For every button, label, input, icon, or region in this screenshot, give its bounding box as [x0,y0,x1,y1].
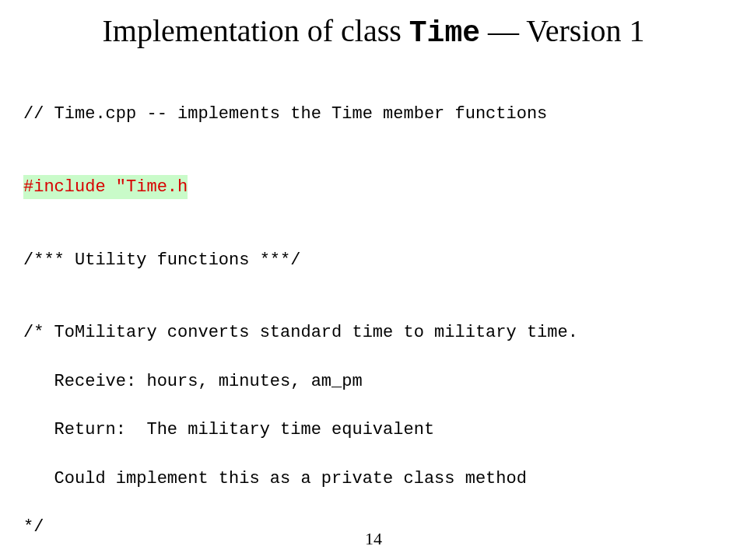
code-line: /*** Utility functions ***/ [23,248,724,272]
code-line: Receive: hours, minutes, am_pm [23,369,724,394]
include-directive: #include "Time.h [23,175,188,199]
code-line: Could implement this as a private class … [23,467,724,491]
slide-title: Implementation of class Time — Version 1 [0,14,747,50]
code-line: /* ToMilitary converts standard time to … [23,320,724,345]
code-block: // Time.cpp -- implements the Time membe… [23,78,724,560]
title-classname: Time [409,16,480,50]
title-post: — Version 1 [480,13,644,48]
page-number: 14 [0,529,747,549]
slide: Implementation of class Time — Version 1… [0,0,747,560]
code-line: #include "Time.h [23,175,724,199]
title-pre: Implementation of class [102,13,409,48]
code-line: Return: The military time equivalent [23,418,724,442]
code-line: // Time.cpp -- implements the Time membe… [23,102,724,126]
